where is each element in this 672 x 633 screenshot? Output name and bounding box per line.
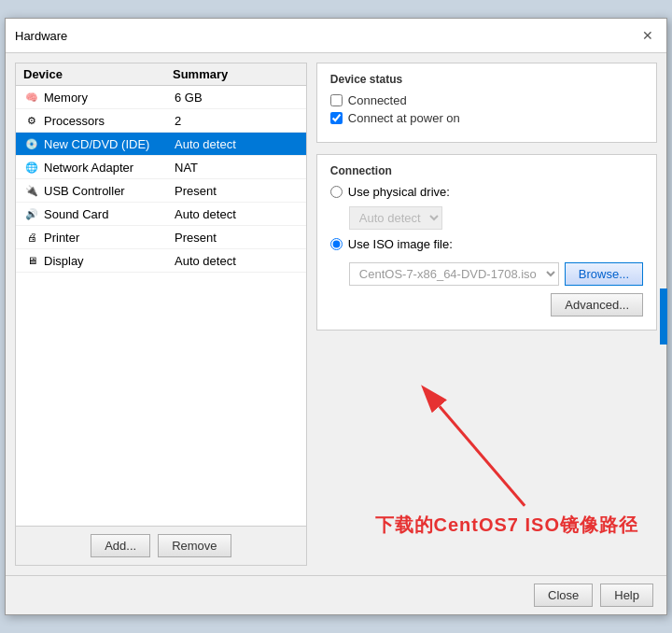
add-button[interactable]: Add... (91, 534, 150, 557)
device-row[interactable]: 💿New CD/DVD (IDE)Auto detect (16, 133, 306, 156)
device-row-summary: 6 GB (175, 91, 299, 105)
physical-drive-select[interactable]: Auto detect (349, 206, 442, 230)
device-table: Device Summary 🧠Memory6 GB⚙Processors2💿N… (16, 63, 306, 526)
connect-at-power-on-checkbox[interactable] (330, 112, 343, 124)
title-bar: Hardware ✕ (6, 19, 666, 53)
device-row-name: Network Adapter (44, 161, 175, 175)
window-title: Hardware (15, 29, 67, 43)
advanced-button[interactable]: Advanced... (551, 293, 643, 316)
iso-file-select[interactable]: CentOS-7-x86_64-DVD-1708.iso (349, 262, 559, 286)
iso-radio-row: Use ISO image file: (330, 237, 643, 251)
device-icon: ⚙ (23, 112, 40, 129)
device-icon: 🔊 (23, 205, 40, 222)
physical-drive-label: Use physical drive: (348, 185, 450, 199)
dialog-footer: Close Help (6, 575, 666, 614)
device-icon: 🔌 (23, 182, 40, 199)
device-row-name: Processors (44, 114, 175, 128)
device-row-summary: Auto detect (175, 254, 299, 268)
device-row[interactable]: 🔌USB ControllerPresent (16, 179, 306, 203)
connect-at-power-on-label: Connect at power on (348, 111, 460, 125)
hardware-dialog: Hardware ✕ Device Summary 🧠Memory6 GB⚙Pr… (5, 18, 667, 615)
device-row-summary: 2 (175, 114, 299, 128)
device-icon: 🖨 (23, 229, 40, 246)
connect-at-power-on-row: Connect at power on (330, 111, 643, 125)
left-bottom-buttons: Add... Remove (16, 526, 306, 565)
device-rows-container: 🧠Memory6 GB⚙Processors2💿New CD/DVD (IDE)… (16, 86, 306, 273)
device-icon: 🖥 (23, 252, 40, 269)
device-list-panel: Device Summary 🧠Memory6 GB⚙Processors2💿N… (15, 63, 307, 566)
device-row-summary: NAT (175, 161, 299, 175)
svg-line-1 (440, 406, 525, 506)
device-status-title: Device status (330, 73, 643, 86)
connected-label: Connected (348, 93, 407, 107)
col-device-header: Device (23, 67, 173, 81)
physical-drive-radio[interactable] (330, 186, 343, 198)
device-row-name: Memory (44, 91, 175, 105)
device-row-name: USB Controller (44, 184, 175, 198)
connection-radio-group: Use physical drive: Auto detect Use ISO … (330, 185, 643, 286)
device-row-name: Printer (44, 231, 175, 245)
right-panel: Device status Connected Connect at power… (316, 63, 657, 566)
connected-row: Connected (330, 93, 643, 107)
device-table-header: Device Summary (16, 63, 306, 86)
device-row-name: Sound Card (44, 207, 175, 221)
physical-drive-radio-row: Use physical drive: (330, 185, 643, 199)
browse-button[interactable]: Browse... (565, 262, 643, 286)
col-summary-header: Summary (173, 67, 228, 81)
device-row[interactable]: 🖥DisplayAuto detect (16, 249, 306, 273)
device-row[interactable]: 🧠Memory6 GB (16, 86, 306, 109)
device-row[interactable]: 🔊Sound CardAuto detect (16, 203, 306, 226)
device-icon: 💿 (23, 135, 40, 152)
device-status-section: Device status Connected Connect at power… (316, 63, 657, 143)
dialog-help-button[interactable]: Help (600, 584, 653, 607)
device-row-name: Display (44, 254, 175, 268)
device-icon: 🌐 (23, 159, 40, 176)
remove-button[interactable]: Remove (158, 534, 231, 557)
connection-title: Connection (330, 164, 643, 177)
dialog-close-button[interactable]: Close (534, 584, 593, 607)
connection-section: Connection Use physical drive: Auto dete… (316, 154, 657, 331)
iso-file-row: CentOS-7-x86_64-DVD-1708.iso Browse... (349, 262, 643, 286)
connected-checkbox[interactable] (330, 94, 343, 106)
device-row[interactable]: 🖨PrinterPresent (16, 226, 306, 249)
device-row-name: New CD/DVD (IDE) (44, 137, 175, 151)
device-row-summary: Auto detect (175, 207, 299, 221)
advanced-row: Advanced... (330, 293, 643, 316)
device-row[interactable]: ⚙Processors2 (16, 109, 306, 133)
iso-label: Use ISO image file: (348, 237, 453, 251)
close-button[interactable]: ✕ (638, 26, 657, 45)
device-row-summary: Auto detect (175, 137, 299, 151)
side-tab (660, 288, 667, 345)
annotation-text: 下载的CentOS7 ISO镜像路径 (375, 513, 638, 538)
device-row[interactable]: 🌐Network AdapterNAT (16, 156, 306, 179)
dialog-body: Device Summary 🧠Memory6 GB⚙Processors2💿N… (6, 53, 666, 575)
device-icon: 🧠 (23, 89, 40, 106)
device-row-summary: Present (175, 184, 299, 198)
physical-drive-dropdown-row: Auto detect (349, 206, 643, 230)
iso-radio[interactable] (330, 238, 343, 250)
annotation-area: 下载的CentOS7 ISO镜像路径 (316, 342, 657, 566)
device-row-summary: Present (175, 231, 299, 245)
